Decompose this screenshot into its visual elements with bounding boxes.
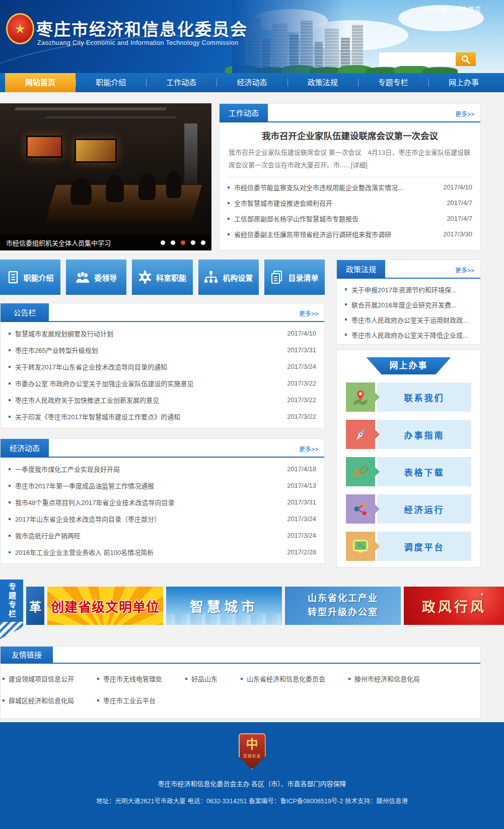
friend-link[interactable]: 枣庄市无线电管理处 (97, 674, 162, 683)
news-list-item[interactable]: 全市智慧城市建设推进会顺利召开 2017/4/7 (220, 195, 480, 211)
news-list-item[interactable]: 关于申报2017年资源节约和环境保... (337, 282, 480, 297)
nav-item-online-services[interactable]: 网上办事 (428, 73, 499, 92)
nav-item-special-columns[interactable]: 专题专栏 (358, 73, 428, 92)
friend-link[interactable]: 山东省经济和信息化委员会 (241, 674, 325, 683)
news-list-item[interactable]: 枣庄市人民政府办公室关于运用财政政... (337, 312, 480, 327)
featured-article-title[interactable]: 我市召开企业家队伍建设联席会议第一次会议 (229, 129, 471, 142)
map-pin-icon (352, 389, 369, 406)
quick-button-leaders[interactable]: 委领导 (66, 260, 126, 295)
bullet-icon (228, 233, 230, 235)
work-news-list: 市经信委节能监察支队对全市违规用能企业整改落实情况... 2017/4/10 全… (220, 179, 480, 242)
quick-button-departments[interactable]: 科室职能 (132, 260, 192, 295)
bullet-icon (185, 678, 187, 680)
cloud-art (252, 9, 328, 32)
news-list-item[interactable]: 联合开展2016年度企业研究开发费... (337, 297, 480, 312)
notice-board-more-link[interactable]: 更多>> (299, 309, 318, 317)
cloud-art (298, 20, 408, 50)
carousel-dot-1[interactable] (161, 240, 165, 245)
bullet-icon (97, 699, 99, 702)
carousel-dot-4[interactable] (191, 240, 195, 245)
news-list-item[interactable]: 枣庄市人民政府办公室关于降低企业成... (337, 327, 480, 342)
slide-photo-art (26, 136, 62, 158)
online-services-title: 网上办事 (367, 357, 451, 374)
tab-policy[interactable]: 政策法规 (337, 260, 385, 279)
service-form-download[interactable]: 表格下载 (346, 457, 471, 486)
news-list-item[interactable]: 2017年山东省企业技术改造导向目录（枣庄部分） 2017/3/24 (1, 511, 324, 527)
banner-partial[interactable]: 革 (26, 587, 44, 625)
nav-item-policies[interactable]: 政策法规 (287, 73, 358, 92)
photo-carousel-slide[interactable]: 市经信委组织机关全体人员集中学习 (0, 103, 211, 250)
bullet-icon (9, 485, 11, 487)
bullet-icon (3, 678, 5, 680)
search-button[interactable] (456, 52, 476, 66)
banner-chemical-industry-office[interactable]: 山东省化工产业 转型升级办公室 (285, 587, 401, 625)
bullet-icon (241, 678, 243, 680)
people-icon (76, 271, 90, 284)
carousel-dot-3[interactable] (181, 240, 185, 245)
bullet-icon (345, 318, 347, 321)
nav-item-work-news[interactable]: 工作动态 (146, 73, 217, 92)
news-list-item[interactable]: 关于印发《枣庄市2017年智慧城市建设工作要点》的通知 2017/3/22 (1, 408, 324, 425)
work-news-more-link[interactable]: 更多>> (455, 109, 474, 118)
carousel-caption: 市经信委组织机关全体人员集中学习 (6, 238, 161, 247)
friend-link[interactable]: 好品山东 (185, 674, 218, 683)
nav-item-home[interactable]: 网站首页 (5, 73, 76, 92)
news-list-item[interactable]: 市委办公室 市政府办公室关于加强企业家队伍建设的实施意见 2017/3/22 (1, 375, 324, 392)
policy-more-link[interactable]: 更多>> (455, 266, 474, 274)
news-list-item[interactable]: 我市造纸行业产销两旺 2017/3/24 (1, 527, 324, 544)
bullet-icon (9, 333, 11, 335)
banner-political-conduct[interactable]: 政风行风 (404, 587, 504, 625)
service-dispatch-platform[interactable]: 调度平台 (346, 532, 471, 561)
site-title: 枣庄市经济和信息化委员会 (36, 16, 248, 40)
service-economic-operation[interactable]: 经济运行 (346, 494, 471, 524)
nav-item-economy-news[interactable]: 经济动态 (217, 73, 287, 92)
carousel-dot-5[interactable] (201, 240, 205, 245)
service-contact-us[interactable]: 联系我们 (346, 382, 471, 412)
bullet-icon (9, 399, 11, 401)
news-list-item[interactable]: 2016年工业企业主营业务收入 前100名情况简析 2017/2/28 (1, 544, 324, 560)
news-list-item[interactable]: 枣庄市265产业转型升级规划 2017/3/31 (1, 342, 324, 358)
news-list-item[interactable]: 智慧城市发展规划纲要及行动计划 2017/4/10 (1, 325, 324, 342)
friend-link[interactable]: 建设领域项目信息公开 (3, 674, 74, 683)
nav-item-functions[interactable]: 职能介绍 (76, 73, 146, 92)
news-list-item[interactable]: 枣庄市人民政府关于加快推进工业创新发展的意见 2017/3/22 (1, 392, 324, 408)
quick-button-functions[interactable]: 职能介绍 (0, 260, 60, 295)
banner-smart-city[interactable]: 智慧城市 (166, 587, 282, 625)
quick-button-org-structure[interactable]: 机构设置 (198, 260, 259, 295)
news-list-item[interactable]: 我市48个重点项目列入2017年省企业技术改造导向目录 2017/3/31 (1, 494, 324, 511)
news-list-item[interactable]: 关于转发2017年山东省企业技术改造导向目录的通知 2017/3/24 (1, 358, 324, 375)
main-content: 市经信委组织机关全体人员集中学习 工作动态 更多>> 我市召开企业家队伍建设联席… (0, 103, 481, 567)
bullet-icon (9, 349, 11, 351)
divider (228, 177, 472, 177)
news-list-item[interactable]: 省经信委副主任廉凯带领省经济运行调研组来我市调研 2017/3/30 (220, 226, 480, 242)
service-guide[interactable]: 办事指南 (346, 420, 471, 449)
friend-link[interactable]: 薛城区经济和信息化局 (3, 695, 74, 705)
tab-economy-news[interactable]: 经济动态 (1, 439, 49, 458)
news-list-item[interactable]: 工信部原副部长杨学山作智慧城市专题报告 2017/4/7 (220, 211, 480, 226)
main-nav: 网站首页 职能介绍 工作动态 经济动态 政策法规 专题专栏 网上办事 (0, 73, 504, 92)
bullet-icon (228, 218, 230, 220)
add-favorite-link[interactable]: 加入收藏 (422, 4, 448, 14)
economy-news-more-link[interactable]: 更多>> (299, 444, 318, 453)
bullet-icon (228, 186, 230, 188)
news-list-item[interactable]: 一季度我市煤化工产业实现良好开局 2017/4/18 (1, 461, 324, 477)
banner-civilized-unit[interactable]: 创建省级文明单位 (47, 587, 163, 625)
site-header: ★ 枣庄市经济和信息化委员会 Zaozhuang City Economic a… (0, 0, 504, 73)
policy-panel: 政策法规 更多>> 关于申报2017年资源节约和环境保... 联合开展2016年… (336, 260, 481, 345)
news-list-item[interactable]: 枣庄市2017年第一季度成品油监管工作情况通报 2017/4/13 (1, 477, 324, 494)
quick-button-catalog[interactable]: 目录清单 (264, 260, 325, 295)
set-homepage-link[interactable]: 设为首页 (456, 4, 481, 14)
friend-link[interactable]: 滕州市经济和信息化局 (348, 674, 420, 683)
economy-news-panel: 经济动态 更多>> 一季度我市煤化工产业实现良好开局 2017/4/18 (0, 438, 325, 564)
greenery-art (232, 65, 504, 73)
friend-link[interactable]: 枣庄市工业云平台 (97, 695, 156, 705)
tab-notice-board[interactable]: 公告栏 (1, 303, 49, 322)
bullet-icon (9, 518, 11, 520)
search-input[interactable] (379, 52, 456, 66)
carousel-dot-2[interactable] (171, 240, 175, 245)
ribbon-stripes-art (0, 622, 23, 639)
document-icon (7, 271, 19, 284)
news-list-item[interactable]: 市经信委节能监察支队对全市违规用能企业整改落实情况... 2017/4/10 (220, 179, 480, 195)
tab-work-news[interactable]: 工作动态 (220, 104, 268, 122)
economy-news-list: 一季度我市煤化工产业实现良好开局 2017/4/18 枣庄市2017年第一季度成… (1, 458, 324, 563)
